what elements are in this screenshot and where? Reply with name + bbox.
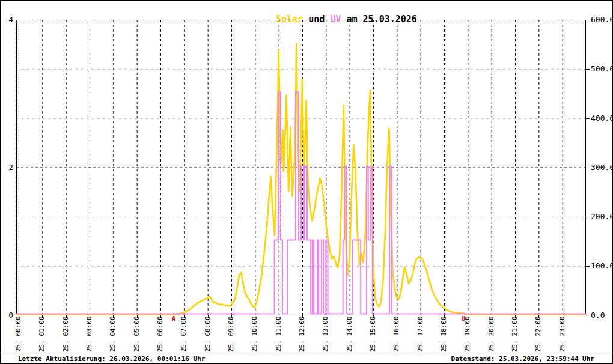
y-right-tick — [586, 20, 590, 20]
x-hour-tick-label: 25. 11:00 — [275, 316, 282, 352]
y-left-tick-label: 4 — [1, 16, 13, 24]
y-left-tick — [13, 168, 16, 168]
data-timestamp-text: Datenstand: 25.03.2026, 23:59:44 Uhr — [451, 355, 594, 363]
y-left-tick — [13, 20, 16, 20]
y-right-tick-label: 600.0 — [591, 16, 613, 24]
y-right-tick — [586, 168, 590, 168]
x-hour-tick-label: 25. 08:00 — [204, 316, 212, 352]
x-hour-tick-label: 25. 14:00 — [346, 316, 353, 352]
x-hour-tick-label: 25. 03:00 — [86, 316, 93, 352]
x-hour-tick-label: 25. 07:00 — [180, 316, 188, 352]
last-update-text: Letzte Aktualisierung: 26.03.2026, 00:01… — [18, 355, 205, 363]
x-hour-tick-label: 25. 18:00 — [441, 316, 448, 352]
y-right-tick-label: 500.0 — [591, 65, 613, 73]
y-left-tick-label: 2 — [1, 163, 13, 172]
x-hour-tick-label: 25. 10:00 — [251, 316, 258, 352]
y-left-tick — [13, 315, 16, 315]
x-hour-tick-label: 25. 16:00 — [393, 316, 400, 352]
x-hour-tick-label: 25. 21:00 — [511, 316, 519, 352]
sun-marker-u: U — [462, 316, 465, 322]
x-hour-tick-label: 25. 23:00 — [559, 316, 566, 352]
x-hour-tick-label: 25. 05:00 — [133, 316, 141, 352]
y-left-tick-label: 0 — [1, 311, 13, 320]
y-right-tick — [586, 118, 590, 119]
y-right-tick-label: 400.0 — [591, 114, 613, 123]
x-hour-tick-label: 25. 15:00 — [370, 316, 377, 352]
x-hour-tick-label: 25. 01:00 — [38, 316, 46, 352]
y-right-tick-label: 200.0 — [591, 213, 613, 221]
x-hour-tick-label: 25. 06:00 — [157, 316, 164, 352]
status-bar: Letzte Aktualisierung: 26.03.2026, 00:01… — [1, 353, 612, 363]
x-hour-tick-label: 25. 04:00 — [109, 316, 117, 352]
x-hour-tick-label: 25. 22:00 — [535, 316, 542, 352]
x-hour-tick-label: 25. 02:00 — [63, 316, 70, 352]
chart-canvas — [16, 20, 586, 315]
y-right-tick — [586, 69, 590, 70]
y-right-tick — [586, 266, 590, 267]
y-right-tick — [586, 217, 590, 217]
sun-marker-a: A — [172, 316, 175, 322]
x-hour-tick-label: 25. 12:00 — [299, 316, 306, 352]
x-hour-tick-label: 25. 13:00 — [322, 316, 329, 352]
x-hour-tick-label: 25. 00:00 — [15, 316, 22, 352]
x-hour-tick-label: 25. 17:00 — [417, 316, 424, 352]
y-right-tick-label: 300.0 — [591, 163, 613, 172]
x-hour-tick-label: 25. 09:00 — [228, 316, 235, 352]
x-hour-tick-label: 25. 20:00 — [488, 316, 495, 352]
x-hour-tick-label: 25. 19:00 — [464, 316, 471, 352]
y-right-tick-label: 100.0 — [591, 262, 613, 270]
plot-area — [16, 20, 586, 315]
y-right-tick — [586, 315, 590, 315]
y-right-tick-label: 0.0 — [591, 311, 605, 320]
